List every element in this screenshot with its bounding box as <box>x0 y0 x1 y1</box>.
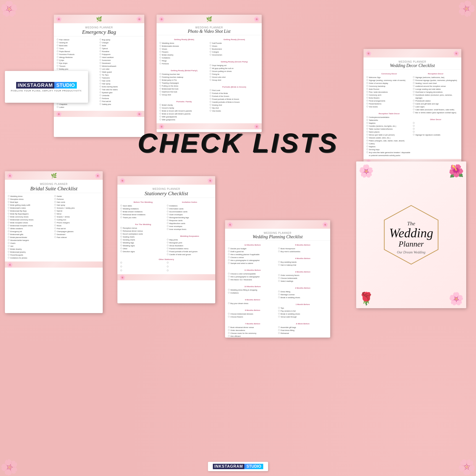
item-bar-drinks: Bar or drinks station (plus signature co… <box>413 111 459 114</box>
corner-decor-br: 🌸 <box>458 459 476 476</box>
item-tablecloths: Tablecloths <box>366 119 412 122</box>
item-other-s1 <box>120 261 166 264</box>
item-white-sneakers: White sneakers <box>8 227 53 230</box>
item-brides-family: Bride's family <box>159 104 209 107</box>
item-fixing-tie: Fixing tie <box>210 73 259 76</box>
item-posed-portraits: Posed portraits of Bride & Groom <box>210 98 259 101</box>
portraits-family-header: Portraits: Family <box>159 100 209 103</box>
item-cologne: Cologne <box>210 51 259 53</box>
item-monogram-print: Monogram print <box>167 241 212 244</box>
planner-floral-bottom-corners: 🌹 🌸 <box>356 289 466 308</box>
item-rings: Rings <box>159 59 209 62</box>
item-wedding-signs: Wedding tags <box>120 241 166 244</box>
item-signage-reception: Signage (welcome, bathrooms, bar) <box>413 76 459 79</box>
item-emergency-kit: Emergency kit <box>8 230 53 233</box>
item-hire-officiant: Hire officiant <box>228 335 277 338</box>
stationery-col1: Before The Wedding Save dates Wedding in… <box>120 200 166 256</box>
item-kissing-shot: Kissing shot <box>210 104 259 107</box>
planner-the-text: The <box>389 221 433 227</box>
flower-center-bridal: 🌿 <box>51 173 57 179</box>
item-decide-budget: Decide your budget <box>228 247 277 250</box>
item-pew-aisle-deco: Pew / aisle decorations <box>366 91 412 94</box>
flower-left-planning: 🌸 <box>227 221 233 227</box>
floral-header-stationery: 🌸 🌸 <box>118 176 215 185</box>
photo-video-content: Getting Ready (Bride) Wedding dress Brid… <box>156 35 262 123</box>
item-groom-parents: Bride & Groom with Groom's parents <box>159 110 209 113</box>
planner-planner-text: Planner <box>389 239 433 249</box>
flower-bottom-bridal: 🌸 <box>7 262 13 268</box>
item-marriage-license: Marriage License <box>278 293 327 296</box>
item-band-aids: Band-aids <box>57 44 99 47</box>
bottom-brand-studio: STUDIO <box>244 464 263 469</box>
item-extra-table-items: Any extra like table games/ice breaker /… <box>366 151 412 157</box>
brand-tagline: PIXELATE YOUR PLANS, AMPLIFY YOUR PRODUC… <box>11 89 82 92</box>
item-first-look: First Look <box>210 89 259 92</box>
bridal-suite-content: Wedding dress Reception dress Boat tape … <box>5 193 103 261</box>
item-feminine: Feminine Products <box>57 53 99 56</box>
item-hire-planner: Hire a wedding planner if applicable <box>228 253 277 256</box>
10months-header: 10 Months Before <box>228 285 277 289</box>
photo-video-card: 🌸 🌿 🌸 Wedding Planner Photo & Video Shot… <box>156 15 262 132</box>
brand-logo: INKSTAGRAM STUDIO <box>16 82 77 88</box>
item-bridesmaid-first-look: Bridesmaid first look <box>159 87 209 90</box>
item-seating-charts: Seating charts <box>120 236 166 238</box>
item-bridesmaid-jewelry: Bridesmaid jewelry <box>8 251 53 254</box>
item-dress-fitting2: Dress fitting <box>278 290 327 293</box>
planning-columns: 12 Months Before Decide your budget Draf… <box>228 243 327 338</box>
item-name-places: Name places <box>366 131 412 134</box>
item-candle-of-bride: Candle of bride and groom <box>167 253 212 256</box>
flower-right-stationery: 🌸 <box>207 178 213 184</box>
item-tips: Tips <box>278 307 327 310</box>
item-ceremony-backdrop: Ceremony backdrop <box>366 85 412 88</box>
item-bridal-shower-invit: Bridal shower invitations <box>120 210 166 213</box>
for-wedding-header: For The Wedding <box>120 223 166 226</box>
emergency-bag-subtitle: Wedding Planner <box>56 26 142 29</box>
flower-right-photo: 🌸 <box>254 16 260 22</box>
item-book-rehearsal: Book rehearsal dinner venue <box>228 326 277 329</box>
item-group-shot: Group shot <box>159 93 209 96</box>
item-choose-flowers: Choose flowers <box>228 316 277 319</box>
planner-subtitle: Our Dream Wedding <box>389 251 433 255</box>
item-menus: Menus (per table or per person) <box>366 134 412 136</box>
item-clutch: Clutch <box>8 242 53 245</box>
floral-footer-bridal: 🌸 <box>5 261 103 268</box>
item-signature-cocktails: Signage for signature cocktails <box>413 134 459 136</box>
item-other2 <box>413 125 459 128</box>
item-cards-gift-table: Cards and gift table and sign <box>413 102 459 105</box>
item-ronatine: Ronatine <box>100 50 141 53</box>
planning-col2: 5 Months Before Book Honeymoon Buy men's… <box>278 243 327 338</box>
item-reception-menus: Reception menus <box>120 227 166 230</box>
item-bridesmaid-gifts: Bridesmaid gifts <box>8 233 53 236</box>
bridal-suite-header: Wedding Planner Bridal Suite Checklist <box>5 180 103 193</box>
item-invitations-p: Invitations <box>228 291 277 294</box>
bridal-suite-title: Bridal Suite Checklist <box>7 186 101 192</box>
wedding-decor-card: 🌸 🌸 Wedding Planner Wedding Decor Checkl… <box>363 49 461 176</box>
item-grooms-family: Groom's family <box>159 107 209 110</box>
item-perfume-photo: Perfume <box>159 62 209 65</box>
item-serving-trays: Serving trays <box>366 148 412 151</box>
item-other3 <box>413 128 459 131</box>
flower-bottom-right: 🌸 <box>136 111 142 117</box>
floral-footer-emergency: 🌸 🌸 <box>54 111 144 117</box>
photo-col1: Getting Ready (Bride) Wedding dress Brid… <box>159 37 209 121</box>
12months-header: 12 Months Before <box>228 244 277 247</box>
flower-bottom-stationery: 🌸 <box>119 274 125 280</box>
reception-table-decor-header: Reception Table Decor <box>366 112 412 116</box>
emergency-bag-title: Emergency Bag <box>56 29 142 35</box>
item-framed-invitation: Framed invitation menu <box>167 247 212 250</box>
item-deodorant-bs: Deodorant <box>54 233 100 236</box>
item-choose-bridesmaids: Choose bridesmaids <box>278 277 327 280</box>
item-choose-venue: Choose a venue <box>228 256 277 259</box>
planning-content: 12 Months Before Decide your budget Draf… <box>225 241 330 338</box>
item-portrait-bride: Portrait of the Bride <box>210 92 259 95</box>
floral-header-photo: 🌸 🌿 🌸 <box>156 15 262 23</box>
flower-left-photo: 🌸 <box>158 16 165 22</box>
item-assemble-gift-bags: Assemble gift bags <box>278 326 327 329</box>
item-buy-dream-dress: Buy your dream dress <box>228 302 277 305</box>
item-with-grandparents: With grandparents <box>159 116 209 119</box>
planning-title: Wedding Planning Checklist <box>227 234 328 239</box>
emergency-col2: Bug spray Charger Advil Tylenol Ronatine… <box>100 38 141 109</box>
planner-book-card: 🌸 🌺 The Wedding Planner Our Dream Weddin… <box>356 161 466 308</box>
item-pepto: Pepto Bismol <box>57 50 99 53</box>
item-hire-band: Hire Band / DJ / Musicians <box>228 278 277 281</box>
